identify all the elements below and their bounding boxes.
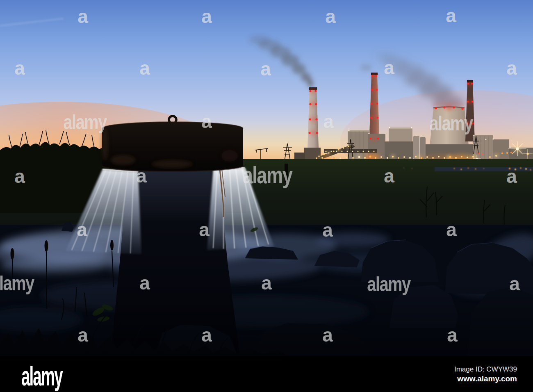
center-dim-sheet — [139, 170, 211, 223]
cattail-head — [45, 240, 48, 252]
cattail-head — [110, 240, 114, 251]
pipe-gallery — [324, 149, 377, 153]
well-cap — [102, 116, 243, 171]
photo-dusk-power-station: a a a a a a a a a a a a a a a a a a a a … — [0, 0, 533, 356]
alamy-url[interactable]: www.alamy.com — [454, 374, 517, 384]
scene-illustration — [0, 0, 533, 356]
steam-wisp-chimney2 — [360, 64, 372, 71]
footer-bar: alamy Image ID: CWYW39 www.alamy.com — [0, 356, 533, 392]
alamy-logo[interactable]: alamy — [21, 362, 62, 390]
image-id-label: Image ID: CWYW39 — [454, 365, 517, 374]
fence-post — [285, 164, 288, 182]
stock-photo-page: a a a a a a a a a a a a a a a a a a a a … — [0, 0, 533, 392]
bottom-vignette — [0, 287, 533, 356]
image-meta: Image ID: CWYW39 www.alamy.com — [454, 365, 517, 384]
cattail-head — [11, 248, 14, 260]
